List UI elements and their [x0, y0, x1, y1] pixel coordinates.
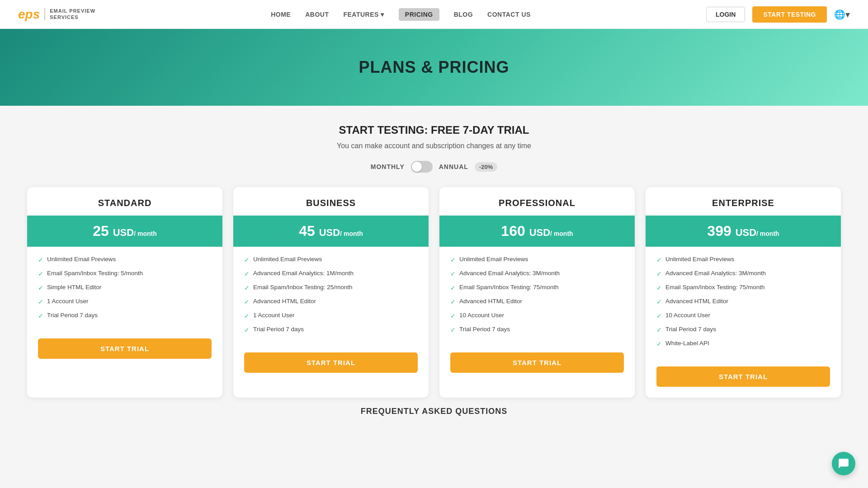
plan-feature-item: ✓1 Account User	[244, 312, 418, 319]
logo-text: EMAIL PREVIEWSERVICES	[44, 8, 95, 20]
navbar: eps EMAIL PREVIEWSERVICES HOMEABOUTFEATU…	[0, 0, 868, 29]
pricing-header: START TESTING: FREE 7-DAY TRIAL You can …	[27, 124, 841, 173]
feature-text: Email Spam/Inbox Testing: 75/month	[665, 284, 765, 291]
plan-btn-wrap-standard: START TRIAL	[27, 335, 222, 359]
nav-item-blog[interactable]: BLOG	[454, 10, 473, 19]
plan-features-standard: ✓Unlimited Email Previews✓Email Spam/Inb…	[27, 247, 222, 335]
plan-title-enterprise: ENTERPRISE	[646, 187, 841, 216]
check-icon: ✓	[656, 256, 662, 263]
plan-feature-item: ✓Advanced HTML Editor	[244, 298, 418, 305]
check-icon: ✓	[656, 340, 662, 347]
feature-text: Simple HTML Editor	[47, 284, 101, 291]
check-icon: ✓	[38, 312, 43, 319]
plans-grid: STANDARD25 USD/ month✓Unlimited Email Pr…	[27, 187, 841, 398]
hero-overlay	[434, 29, 868, 106]
feature-text: White-Label API	[665, 340, 709, 347]
feature-text: Advanced Email Analytics: 1M/month	[253, 270, 354, 277]
feature-text: Advanced Email Analytics: 3M/month	[459, 270, 560, 277]
check-icon: ✓	[450, 298, 456, 305]
plan-card-professional: PROFESSIONAL160 USD/ month✓Unlimited Ema…	[439, 187, 635, 398]
login-button[interactable]: LOGIN	[706, 7, 745, 22]
plan-price-bar-professional: 160 USD/ month	[439, 216, 635, 247]
feature-text: Trial Period 7 days	[253, 326, 304, 333]
check-icon: ✓	[38, 298, 43, 305]
plan-price-amount-standard: 25 USD	[93, 223, 134, 239]
plan-feature-item: ✓Advanced HTML Editor	[450, 298, 624, 305]
feature-text: Unlimited Email Previews	[47, 256, 116, 263]
nav-item-pricing[interactable]: PRICING	[399, 10, 439, 19]
plan-card-business: BUSINESS45 USD/ month✓Unlimited Email Pr…	[233, 187, 429, 398]
plan-feature-item: ✓Trial Period 7 days	[244, 326, 418, 333]
check-icon: ✓	[244, 326, 250, 333]
plan-card-standard: STANDARD25 USD/ month✓Unlimited Email Pr…	[27, 187, 222, 398]
check-icon: ✓	[38, 270, 43, 277]
feature-text: Advanced HTML Editor	[459, 298, 522, 305]
plan-feature-item: ✓Unlimited Email Previews	[38, 256, 212, 263]
plan-title-professional: PROFESSIONAL	[439, 187, 635, 216]
feature-text: Email Spam/Inbox Testing: 5/month	[47, 270, 143, 277]
plan-feature-item: ✓Email Spam/Inbox Testing: 5/month	[38, 270, 212, 277]
plan-price-amount-business: 45 USD	[299, 223, 340, 239]
hero-banner: PLANS & PRICING	[0, 29, 868, 106]
plan-price-unit-enterprise: / month	[756, 230, 779, 237]
feature-text: 10 Account User	[665, 312, 710, 319]
footer-hint: FREQUENTLY ASKED QUESTIONS	[27, 398, 841, 421]
nav-actions: LOGIN START TESTING 🌐▾	[706, 6, 850, 23]
check-icon: ✓	[656, 284, 662, 291]
start-trial-button-business[interactable]: START TRIAL	[244, 352, 418, 373]
start-trial-button-standard[interactable]: START TRIAL	[38, 338, 212, 359]
plan-price-amount-enterprise: 399 USD	[707, 223, 756, 239]
start-trial-button-enterprise[interactable]: START TRIAL	[656, 366, 830, 387]
discount-badge: -20%	[475, 162, 497, 172]
feature-text: Advanced HTML Editor	[253, 298, 316, 305]
plan-price-unit-professional: / month	[550, 230, 573, 237]
start-testing-button[interactable]: START TESTING	[752, 6, 827, 23]
plan-feature-item: ✓Unlimited Email Previews	[656, 256, 830, 263]
check-icon: ✓	[38, 284, 43, 291]
check-icon: ✓	[244, 312, 250, 319]
translate-icon[interactable]: 🌐▾	[834, 9, 850, 20]
plan-feature-item: ✓Trial Period 7 days	[38, 312, 212, 319]
plan-feature-item: ✓Trial Period 7 days	[656, 326, 830, 333]
plan-feature-item: ✓1 Account User	[38, 298, 212, 305]
plan-feature-item: ✓Simple HTML Editor	[38, 284, 212, 291]
plan-btn-wrap-business: START TRIAL	[233, 349, 429, 373]
check-icon: ✓	[450, 256, 456, 263]
plan-feature-item: ✓Email Spam/Inbox Testing: 25/month	[244, 284, 418, 291]
plan-card-enterprise: ENTERPRISE399 USD/ month✓Unlimited Email…	[646, 187, 841, 398]
plan-feature-item: ✓Advanced Email Analytics: 3M/month	[450, 270, 624, 277]
check-icon: ✓	[38, 256, 43, 263]
feature-text: Advanced HTML Editor	[665, 298, 728, 305]
nav-item-contact[interactable]: CONTACT US	[487, 10, 531, 19]
feature-text: Trial Period 7 days	[459, 326, 510, 333]
nav-item-about[interactable]: ABOUT	[305, 10, 329, 19]
plan-feature-item: ✓White-Label API	[656, 340, 830, 347]
plan-feature-item: ✓10 Account User	[656, 312, 830, 319]
feature-text: 1 Account User	[253, 312, 295, 319]
plan-price-amount-professional: 160 USD	[501, 223, 550, 239]
plan-price-unit-standard: / month	[134, 230, 157, 237]
check-icon: ✓	[450, 284, 456, 291]
check-icon: ✓	[450, 270, 456, 277]
pricing-section: START TESTING: FREE 7-DAY TRIAL You can …	[0, 106, 868, 448]
billing-toggle-switch[interactable]	[411, 161, 433, 173]
feature-text: 1 Account User	[47, 298, 89, 305]
plan-feature-item: ✓Email Spam/Inbox Testing: 75/month	[656, 284, 830, 291]
plan-btn-wrap-enterprise: START TRIAL	[646, 363, 841, 387]
plan-feature-item: ✓Unlimited Email Previews	[450, 256, 624, 263]
feature-text: Unlimited Email Previews	[459, 256, 528, 263]
plan-feature-item: ✓Unlimited Email Previews	[244, 256, 418, 263]
nav-item-features[interactable]: FEATURES ▾	[343, 10, 384, 19]
start-trial-button-professional[interactable]: START TRIAL	[450, 352, 624, 373]
plan-feature-item: ✓Email Spam/Inbox Testing: 75/month	[450, 284, 624, 291]
billing-toggle: MONTHLY ANNUAL -20%	[27, 161, 841, 173]
plan-feature-item: ✓Trial Period 7 days	[450, 326, 624, 333]
pricing-subtext: You can make account and subscription ch…	[27, 142, 841, 150]
logo[interactable]: eps EMAIL PREVIEWSERVICES	[18, 7, 95, 22]
check-icon: ✓	[244, 298, 250, 305]
feature-text: Unlimited Email Previews	[253, 256, 322, 263]
plan-features-business: ✓Unlimited Email Previews✓Advanced Email…	[233, 247, 429, 349]
check-icon: ✓	[244, 284, 250, 291]
nav-item-home[interactable]: HOME	[271, 10, 291, 19]
feature-text: Advanced Email Analytics: 3M/month	[665, 270, 766, 277]
